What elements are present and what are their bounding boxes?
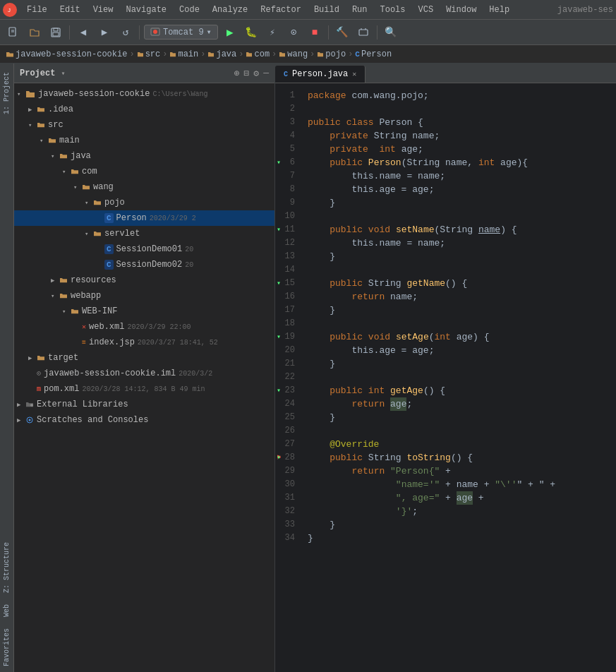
tree-com[interactable]: ▾ com <box>14 164 274 179</box>
menu-build[interactable]: Build <box>308 4 345 16</box>
menu-tools[interactable]: Tools <box>375 4 411 16</box>
bc-pojo[interactable]: pojo <box>325 49 346 59</box>
hide-icon[interactable]: — <box>263 68 269 79</box>
tab-close-icon[interactable]: ✕ <box>352 70 356 78</box>
tree-resources[interactable]: ▶ resources <box>14 272 274 288</box>
svg-point-9 <box>153 30 157 34</box>
tree-person[interactable]: C Person 2020/3/29 2 <box>14 210 274 226</box>
tomcat-selector[interactable]: Tomcat 9 ▾ <box>144 25 218 40</box>
tree-idea[interactable]: ▶ .idea <box>14 102 274 117</box>
ln-7: 7 <box>275 169 299 183</box>
bc-main[interactable]: main <box>178 49 198 59</box>
open-button[interactable] <box>25 23 44 42</box>
collapse-arrow-15[interactable]: ▾ <box>277 277 281 290</box>
stop-button[interactable]: ■ <box>306 23 324 42</box>
webapp-folder-icon <box>59 292 68 299</box>
webxml-meta: 2020/3/29 22:00 <box>127 323 191 331</box>
code-line-23: public int getAge() { <box>308 384 610 397</box>
app-title: javaweb-ses <box>557 5 613 15</box>
debug-button[interactable]: 🐛 <box>242 23 260 42</box>
collapse-arrow-28[interactable]: ▾ <box>277 451 281 464</box>
tree-webinf[interactable]: ▾ WEB-INF <box>14 304 274 319</box>
run-button[interactable]: ▶ <box>221 23 239 42</box>
tree-java[interactable]: ▾ java <box>14 148 274 164</box>
tree-main[interactable]: ▾ main <box>14 133 274 148</box>
bc-class-icon: C <box>355 50 360 59</box>
com-label: com <box>82 167 97 176</box>
save-button[interactable] <box>47 23 65 42</box>
collapse-arrow-23[interactable]: ▾ <box>277 384 281 397</box>
pojo-label: pojo <box>104 198 125 208</box>
bc-wang[interactable]: wang <box>287 49 308 59</box>
web-tab[interactable]: Web <box>1 599 12 623</box>
bc-root[interactable]: javaweb-session-cookie <box>16 49 127 59</box>
person-tab[interactable]: C Person.java ✕ <box>275 66 366 83</box>
idea-folder-icon <box>37 106 45 113</box>
tree-wang[interactable]: ▾ wang <box>14 179 274 195</box>
run-coverage-button[interactable]: ⚡ <box>263 23 282 42</box>
left-strip: 1: Project Z: Structure Web Favorites <box>0 64 14 672</box>
project-panel-arrow[interactable]: ▾ <box>61 69 65 78</box>
wang-label: wang <box>93 182 114 192</box>
code-line-16: return name; <box>308 290 610 304</box>
collapse-arrow-6[interactable]: ▾ <box>277 156 281 169</box>
tree-servlet[interactable]: ▾ servlet <box>14 226 274 241</box>
menu-code[interactable]: Code <box>174 4 205 16</box>
menu-file[interactable]: File <box>21 4 53 16</box>
tree-target[interactable]: ▶ target <box>14 350 274 366</box>
code-area[interactable]: package com.wang.pojo; public class Pers… <box>305 83 616 672</box>
tree-indexjsp[interactable]: ≡ index.jsp 2020/3/27 18:41, 52 <box>14 335 274 350</box>
bc-java-icon <box>207 51 215 58</box>
tree-scratches[interactable]: ▶ Scratches and Consoles <box>14 412 274 428</box>
menu-window[interactable]: Window <box>440 4 482 16</box>
bc-java[interactable]: java <box>216 49 236 59</box>
menu-run[interactable]: Run <box>346 4 373 16</box>
tree-pomxml[interactable]: m pom.xml 2020/3/28 14:12, 834 B 49 min <box>14 381 274 397</box>
menu-navigate[interactable]: Navigate <box>120 4 172 16</box>
ln-24: 24 <box>275 397 299 411</box>
structure-tab[interactable]: Z: Structure <box>1 536 12 599</box>
tree-root[interactable]: ▾ javaweb-session-cookie C:\Users\Wang <box>14 86 274 102</box>
tree-src[interactable]: ▾ src <box>14 117 274 133</box>
project-tab[interactable]: 1: Project <box>1 66 12 120</box>
ln-9: 9 <box>275 196 299 210</box>
code-line-32: '}'; <box>308 505 610 518</box>
tree-session02[interactable]: C SessionDemo02 20 <box>14 257 274 272</box>
sdk-button[interactable] <box>354 23 373 42</box>
session01-icon: C <box>104 244 114 254</box>
tree-iml[interactable]: ⊙ javaweb-session-cookie.iml 2020/3/2 <box>14 366 274 381</box>
profile-button[interactable]: ⊙ <box>284 23 303 42</box>
tree-webapp[interactable]: ▾ webapp <box>14 288 274 304</box>
collapse-arrow-11[interactable]: ▾ <box>277 223 281 236</box>
favorites-tab[interactable]: Favorites <box>1 623 12 672</box>
menu-vcs[interactable]: VCS <box>413 4 440 16</box>
bc-com[interactable]: com <box>254 49 270 59</box>
search-everywhere-button[interactable]: 🔍 <box>382 23 400 42</box>
pojo-folder-icon <box>93 199 102 206</box>
back-button[interactable]: ◀ <box>74 23 92 42</box>
settings-icon[interactable]: ⚙ <box>253 68 259 79</box>
person-label: Person <box>116 213 147 223</box>
menu-analyze[interactable]: Analyze <box>207 4 253 16</box>
code-line-31: ", age=" + age + <box>308 491 610 505</box>
build-button[interactable]: 🔨 <box>333 23 351 42</box>
forward-button[interactable]: ▶ <box>95 23 114 42</box>
tree-webxml[interactable]: ✕ web.xml 2020/3/29 22:00 <box>14 319 274 335</box>
menu-edit[interactable]: Edit <box>54 4 86 16</box>
menu-view[interactable]: View <box>87 4 119 16</box>
menu-refactor[interactable]: Refactor <box>255 4 307 16</box>
tree-session01[interactable]: C SessionDemo01 20 <box>14 241 274 257</box>
svg-point-13 <box>30 404 33 407</box>
bc-person[interactable]: Person <box>361 49 392 59</box>
ln-10: 10 <box>275 210 299 223</box>
new-file-button[interactable] <box>4 23 23 42</box>
menu-help[interactable]: Help <box>483 4 515 16</box>
locate-icon[interactable]: ⊕ <box>234 68 240 79</box>
code-line-19: public void setAge(int age) { <box>308 330 610 344</box>
tree-pojo[interactable]: ▾ pojo <box>14 195 274 210</box>
refresh-button[interactable]: ↺ <box>116 23 135 42</box>
tree-ext-libs[interactable]: ▶ External Libraries <box>14 397 274 412</box>
bc-src[interactable]: src <box>145 49 161 59</box>
collapse-arrow-19[interactable]: ▾ <box>277 330 281 344</box>
collapse-icon[interactable]: ⊟ <box>244 68 250 79</box>
